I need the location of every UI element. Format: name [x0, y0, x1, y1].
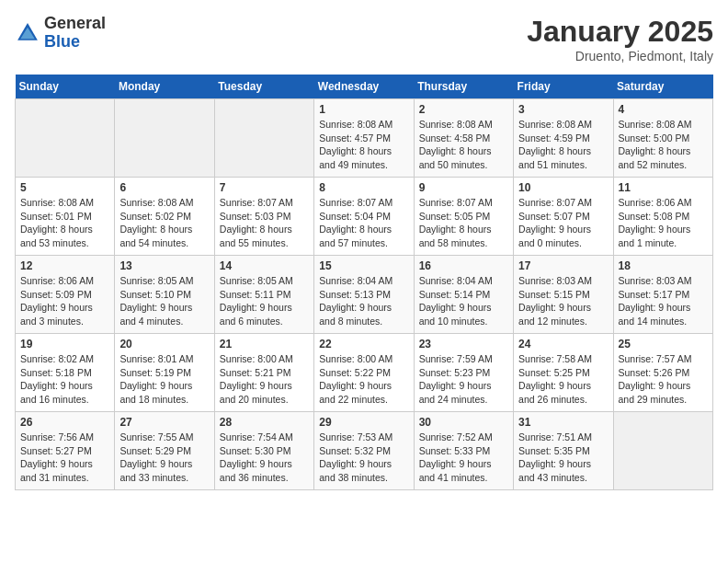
calendar-cell: 2Sunrise: 8:08 AM Sunset: 4:58 PM Daylig… [414, 99, 513, 178]
calendar-cell [115, 99, 214, 178]
day-number: 17 [518, 259, 608, 272]
day-number: 23 [419, 338, 508, 350]
weekday-header: Saturday [613, 75, 712, 99]
calendar-cell: 1Sunrise: 8:08 AM Sunset: 4:57 PM Daylig… [314, 99, 414, 178]
calendar-cell: 26Sunrise: 7:56 AM Sunset: 5:27 PM Dayli… [16, 412, 115, 490]
day-number: 2 [419, 103, 508, 116]
day-number: 31 [518, 416, 608, 429]
day-number: 14 [220, 259, 309, 272]
day-number: 10 [518, 181, 608, 194]
day-number: 4 [619, 103, 708, 116]
calendar-cell [613, 412, 712, 490]
day-number: 13 [119, 259, 209, 272]
title-block: January 2025 Druento, Piedmont, Italy [527, 15, 713, 63]
day-number: 22 [319, 338, 408, 350]
day-number: 9 [419, 181, 508, 194]
day-number: 24 [518, 338, 608, 350]
day-info: Sunrise: 7:53 AM Sunset: 5:32 PM Dayligh… [319, 431, 408, 485]
day-info: Sunrise: 8:02 AM Sunset: 5:18 PM Dayligh… [20, 352, 109, 407]
weekday-header: Thursday [414, 75, 513, 99]
calendar-cell: 29Sunrise: 7:53 AM Sunset: 5:32 PM Dayli… [314, 412, 414, 490]
day-info: Sunrise: 8:04 AM Sunset: 5:14 PM Dayligh… [419, 274, 508, 328]
day-info: Sunrise: 8:05 AM Sunset: 5:11 PM Dayligh… [220, 274, 309, 328]
page-header: General Blue January 2025 Druento, Piedm… [15, 15, 713, 63]
calendar-cell: 21Sunrise: 8:00 AM Sunset: 5:21 PM Dayli… [214, 334, 313, 412]
day-number: 11 [619, 181, 708, 194]
logo: General Blue [15, 15, 106, 52]
calendar-cell: 18Sunrise: 8:03 AM Sunset: 5:17 PM Dayli… [613, 256, 712, 334]
location-subtitle: Druento, Piedmont, Italy [527, 49, 713, 63]
day-info: Sunrise: 7:57 AM Sunset: 5:26 PM Dayligh… [619, 352, 708, 407]
day-info: Sunrise: 7:54 AM Sunset: 5:30 PM Dayligh… [220, 431, 309, 485]
weekday-header-row: SundayMondayTuesdayWednesdayThursdayFrid… [16, 75, 713, 99]
day-number: 3 [518, 103, 608, 116]
day-number: 28 [220, 416, 309, 429]
day-info: Sunrise: 8:06 AM Sunset: 5:08 PM Dayligh… [619, 196, 708, 250]
day-info: Sunrise: 8:04 AM Sunset: 5:13 PM Dayligh… [319, 274, 408, 328]
day-info: Sunrise: 8:07 AM Sunset: 5:04 PM Dayligh… [319, 196, 408, 250]
calendar-week-row: 5Sunrise: 8:08 AM Sunset: 5:01 PM Daylig… [16, 178, 713, 256]
day-number: 30 [419, 416, 508, 429]
month-title: January 2025 [527, 15, 713, 49]
day-info: Sunrise: 8:03 AM Sunset: 5:15 PM Dayligh… [518, 274, 608, 328]
calendar-cell: 19Sunrise: 8:02 AM Sunset: 5:18 PM Dayli… [16, 334, 115, 412]
calendar-cell: 6Sunrise: 8:08 AM Sunset: 5:02 PM Daylig… [115, 178, 214, 256]
day-number: 19 [20, 338, 109, 350]
weekday-header: Tuesday [214, 75, 313, 99]
calendar-cell: 23Sunrise: 7:59 AM Sunset: 5:23 PM Dayli… [414, 334, 513, 412]
logo-general-text: General [44, 14, 106, 32]
day-info: Sunrise: 8:08 AM Sunset: 4:59 PM Dayligh… [518, 118, 608, 172]
calendar-cell: 27Sunrise: 7:55 AM Sunset: 5:29 PM Dayli… [115, 412, 214, 490]
weekday-header: Friday [514, 75, 613, 99]
calendar-week-row: 1Sunrise: 8:08 AM Sunset: 4:57 PM Daylig… [16, 99, 713, 178]
day-info: Sunrise: 7:55 AM Sunset: 5:29 PM Dayligh… [119, 431, 209, 485]
calendar-cell: 8Sunrise: 8:07 AM Sunset: 5:04 PM Daylig… [314, 178, 414, 256]
day-info: Sunrise: 8:07 AM Sunset: 5:03 PM Dayligh… [220, 196, 309, 250]
calendar-cell: 4Sunrise: 8:08 AM Sunset: 5:00 PM Daylig… [613, 99, 712, 178]
calendar-cell: 13Sunrise: 8:05 AM Sunset: 5:10 PM Dayli… [115, 256, 214, 334]
calendar-cell: 16Sunrise: 8:04 AM Sunset: 5:14 PM Dayli… [414, 256, 513, 334]
calendar-cell: 10Sunrise: 8:07 AM Sunset: 5:07 PM Dayli… [514, 178, 613, 256]
day-number: 6 [119, 181, 209, 194]
day-info: Sunrise: 7:56 AM Sunset: 5:27 PM Dayligh… [20, 431, 109, 485]
day-info: Sunrise: 8:00 AM Sunset: 5:21 PM Dayligh… [220, 352, 309, 407]
calendar-cell: 14Sunrise: 8:05 AM Sunset: 5:11 PM Dayli… [214, 256, 313, 334]
day-number: 20 [119, 338, 209, 350]
day-number: 26 [20, 416, 109, 429]
calendar-week-row: 19Sunrise: 8:02 AM Sunset: 5:18 PM Dayli… [16, 334, 713, 412]
day-number: 7 [220, 181, 309, 194]
calendar-cell: 24Sunrise: 7:58 AM Sunset: 5:25 PM Dayli… [514, 334, 613, 412]
day-info: Sunrise: 8:08 AM Sunset: 5:00 PM Dayligh… [619, 118, 708, 172]
day-number: 27 [119, 416, 209, 429]
calendar-cell: 31Sunrise: 7:51 AM Sunset: 5:35 PM Dayli… [514, 412, 613, 490]
calendar-cell [214, 99, 313, 178]
day-number: 12 [20, 259, 109, 272]
calendar-cell: 11Sunrise: 8:06 AM Sunset: 5:08 PM Dayli… [613, 178, 712, 256]
day-info: Sunrise: 8:07 AM Sunset: 5:07 PM Dayligh… [518, 196, 608, 250]
calendar-week-row: 12Sunrise: 8:06 AM Sunset: 5:09 PM Dayli… [16, 256, 713, 334]
calendar-cell: 15Sunrise: 8:04 AM Sunset: 5:13 PM Dayli… [314, 256, 414, 334]
weekday-header: Monday [115, 75, 214, 99]
calendar-cell: 3Sunrise: 8:08 AM Sunset: 4:59 PM Daylig… [514, 99, 613, 178]
day-info: Sunrise: 8:00 AM Sunset: 5:22 PM Dayligh… [319, 352, 408, 407]
day-info: Sunrise: 8:07 AM Sunset: 5:05 PM Dayligh… [419, 196, 508, 250]
day-number: 29 [319, 416, 408, 429]
day-info: Sunrise: 8:08 AM Sunset: 5:01 PM Dayligh… [20, 196, 109, 250]
day-number: 21 [220, 338, 309, 350]
day-info: Sunrise: 7:58 AM Sunset: 5:25 PM Dayligh… [518, 352, 608, 407]
calendar-week-row: 26Sunrise: 7:56 AM Sunset: 5:27 PM Dayli… [16, 412, 713, 490]
day-number: 25 [619, 338, 708, 350]
calendar-cell: 20Sunrise: 8:01 AM Sunset: 5:19 PM Dayli… [115, 334, 214, 412]
day-info: Sunrise: 7:52 AM Sunset: 5:33 PM Dayligh… [419, 431, 508, 485]
calendar-cell: 5Sunrise: 8:08 AM Sunset: 5:01 PM Daylig… [16, 178, 115, 256]
day-number: 16 [419, 259, 508, 272]
logo-blue-text: Blue [44, 32, 80, 51]
calendar-cell: 30Sunrise: 7:52 AM Sunset: 5:33 PM Dayli… [414, 412, 513, 490]
day-number: 5 [20, 181, 109, 194]
day-info: Sunrise: 8:06 AM Sunset: 5:09 PM Dayligh… [20, 274, 109, 328]
day-info: Sunrise: 8:08 AM Sunset: 4:58 PM Dayligh… [419, 118, 508, 172]
day-number: 18 [619, 259, 708, 272]
calendar-cell: 7Sunrise: 8:07 AM Sunset: 5:03 PM Daylig… [214, 178, 313, 256]
day-info: Sunrise: 7:59 AM Sunset: 5:23 PM Dayligh… [419, 352, 508, 407]
calendar-cell [16, 99, 115, 178]
